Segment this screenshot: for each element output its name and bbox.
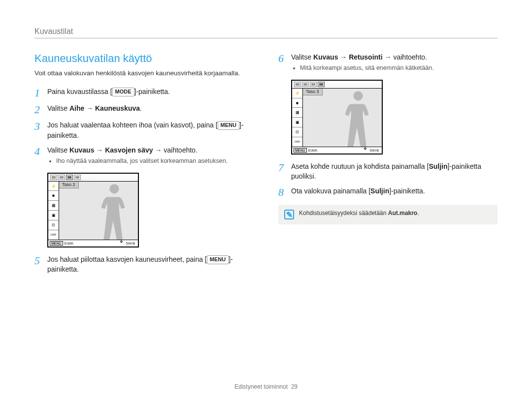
note-text: Kohdistusetäisyydeksi säädetään Aut.makr… [299, 210, 419, 216]
footer-label: Edistyneet toiminnot [234, 383, 288, 390]
menu-label-icon: MENU [294, 148, 307, 153]
step-body: Valitse Kuvaus → Retusointi → vaihtoehto… [291, 52, 498, 75]
step-text: ]-painiketta. [134, 88, 170, 95]
step-body: Paina kuvaustilassa [MODE]-painiketta. [47, 87, 254, 96]
menu-label-icon: MENU [50, 241, 63, 246]
step-2: 2 Valitse Aihe → Kauneuskuva. [34, 103, 254, 115]
steps-left: 1 Paina kuvaustilassa [MODE]-painiketta.… [34, 87, 254, 274]
step-text: Valitse [47, 104, 69, 112]
shot-body: ⚡ ☻ ▦ ▣ ⊡ OFF Taso 2 [48, 182, 138, 240]
step-text: → vaihtoehto. [153, 146, 198, 154]
step-number: 8 [278, 186, 291, 198]
step-text: Jos haluat piilottaa kasvojen kauneusvir… [47, 255, 207, 263]
page: Kuvaustilat Kauneuskuvatilan käyttö Voit… [0, 0, 532, 401]
shot-frame: ⚡ ☻ ▦ ▣ ⊡ OFF Taso 3 [291, 80, 383, 154]
shot-bottom-bar: MENU Edell. Siirrä [48, 240, 138, 247]
note-segment: Kohdistusetäisyydeksi säädetään [299, 210, 388, 216]
shot-top-icons [292, 81, 382, 89]
step-text: Jos haluat vaalentaa kohteen ihoa (vain … [47, 121, 218, 129]
step-body: Valitse Aihe → Kauneuskuva. [47, 103, 254, 113]
step-text: ]-painiketta. [389, 187, 425, 195]
step-text: Valitse [47, 146, 69, 154]
step-text: Paina kuvaustilassa [ [47, 88, 112, 95]
step-bold: Kuvaus → Kasvojen sävy [69, 146, 153, 154]
step-3: 3 Jos haluat vaalentaa kohteen ihoa (vai… [34, 120, 254, 140]
note-icon: ✎ [284, 210, 294, 219]
mode-key: MODE [112, 88, 134, 96]
step-5: 5 Jos haluat piilottaa kasvojen kauneusv… [34, 254, 254, 275]
step-body: Jos haluat piilottaa kasvojen kauneusvir… [47, 254, 254, 275]
screenshot-taso2: ⚡ ☻ ▦ ▣ ⊡ OFF Taso 2 [47, 173, 254, 247]
step-text: Ota valokuva painamalla [ [291, 187, 370, 195]
step-number: 2 [34, 103, 47, 115]
step-text: . [140, 104, 142, 112]
level-label: Taso 2 [59, 182, 79, 188]
step-bold: Suljin [370, 187, 389, 195]
page-footer: Edistyneet toiminnot 29 [0, 383, 532, 390]
face-icon: ☻ [48, 191, 59, 201]
intro-text: Voit ottaa valokuvan henkilöstä kasvojen… [34, 69, 254, 78]
step-number: 1 [34, 87, 47, 98]
menu-key: MENU [207, 255, 229, 264]
move-label: Siirrä [369, 148, 379, 153]
content-columns: Kauneuskuvatilan käyttö Voit ottaa valok… [34, 52, 498, 279]
shot-sidebar: ⚡ ☻ ▦ ▣ ⊡ OFF [292, 89, 303, 147]
af-icon: ⊡ [292, 127, 302, 137]
step-text: Aseta kohde ruutuun ja kohdista painamal… [291, 162, 429, 170]
step-number: 5 [34, 254, 47, 266]
step-body: Jos haluat vaalentaa kohteen ihoa (vain … [47, 120, 254, 140]
step-6: 6 Valitse Kuvaus → Retusointi → vaihtoeh… [278, 52, 498, 75]
sub-text: Mitä korkeampi asetus, sitä enemmän kätk… [300, 64, 498, 73]
frame-icon: ▣ [48, 211, 59, 220]
flash-icon: ⚡ [292, 89, 302, 98]
joystick-icon [120, 241, 124, 245]
note-box: ✎ Kohdistusetäisyydeksi säädetään Aut.ma… [278, 205, 498, 224]
person-silhouette-icon [97, 182, 132, 240]
footer-page: 29 [291, 383, 298, 390]
screenshot-taso3: ⚡ ☻ ▦ ▣ ⊡ OFF Taso 3 [291, 80, 498, 154]
flash-icon: ⚡ [48, 182, 59, 191]
shot-sidebar: ⚡ ☻ ▦ ▣ ⊡ OFF [48, 182, 59, 240]
note-segment: . [417, 210, 419, 216]
step-number: 3 [34, 120, 47, 132]
face-icon: ☻ [292, 98, 302, 108]
shot-top-icons [48, 174, 138, 182]
grid-icon: ▦ [48, 201, 59, 211]
af-icon: ⊡ [48, 220, 59, 230]
left-column: Kauneuskuvatilan käyttö Voit ottaa valok… [34, 52, 254, 279]
step-bold: Suljin [429, 162, 447, 170]
shot-body: ⚡ ☻ ▦ ▣ ⊡ OFF Taso 3 [292, 89, 382, 147]
step-text: Valitse [291, 53, 313, 61]
steps-right: 6 Valitse Kuvaus → Retusointi → vaihtoeh… [278, 52, 498, 198]
step-number: 6 [278, 52, 291, 64]
step-text: → vaihtoehto. [383, 53, 427, 61]
shot-preview: Taso 3 [303, 89, 382, 147]
step-bold: Kuvaus → Retusointi [313, 53, 383, 61]
step-4: 4 Valitse Kuvaus → Kasvojen sävy → vaiht… [34, 145, 254, 168]
step-sub: Iho näyttää vaaleammalta, jos valitset k… [56, 157, 254, 166]
step-body: Aseta kohde ruutuun ja kohdista painamal… [291, 161, 498, 182]
step-8: 8 Ota valokuva painamalla [Suljin]-paini… [278, 186, 498, 198]
sub-text: Iho näyttää vaaleammalta, jos valitset k… [56, 157, 254, 166]
step-number: 4 [34, 145, 47, 157]
frame-icon: ▣ [292, 118, 302, 127]
step-7: 7 Aseta kohde ruutuun ja kohdista painam… [278, 161, 498, 182]
menu-key: MENU [218, 121, 239, 130]
right-column: 6 Valitse Kuvaus → Retusointi → vaihtoeh… [278, 52, 498, 279]
step-body: Valitse Kuvaus → Kasvojen sävy → vaihtoe… [47, 145, 254, 168]
grid-icon: ▦ [292, 108, 302, 118]
shot-preview: Taso 2 [59, 182, 138, 240]
step-body: Ota valokuva painamalla [Suljin]-painike… [291, 186, 498, 196]
shot-bottom-bar: MENU Edell. Siirrä [292, 147, 382, 154]
section-label: Kuvaustilat [34, 27, 498, 38]
person-silhouette-icon [340, 89, 376, 147]
shot-frame: ⚡ ☻ ▦ ▣ ⊡ OFF Taso 2 [47, 173, 139, 247]
step-sub: Mitä korkeampi asetus, sitä enemmän kätk… [300, 64, 498, 73]
joystick-icon [364, 148, 368, 152]
note-bold: Aut.makro [388, 210, 417, 216]
back-label: Edell. [308, 148, 318, 153]
step-number: 7 [278, 161, 291, 173]
level-label: Taso 3 [303, 89, 323, 95]
step-1: 1 Paina kuvaustilassa [MODE]-painiketta. [34, 87, 254, 98]
page-title: Kauneuskuvatilan käyttö [34, 52, 254, 65]
